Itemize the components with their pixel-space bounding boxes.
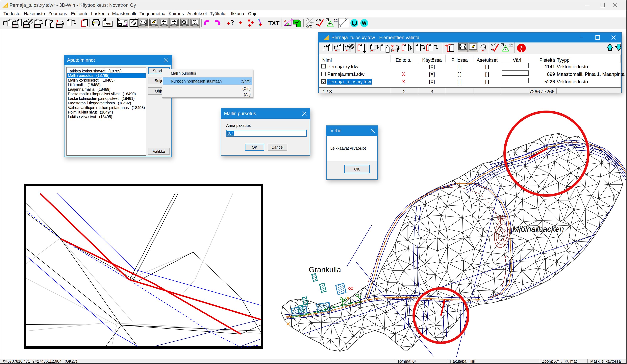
svg-text:Grankulla: Grankulla	[309, 265, 341, 274]
svg-text:12: 12	[509, 43, 513, 47]
svg-text:Mjölnarbacken: Mjölnarbacken	[512, 225, 564, 233]
